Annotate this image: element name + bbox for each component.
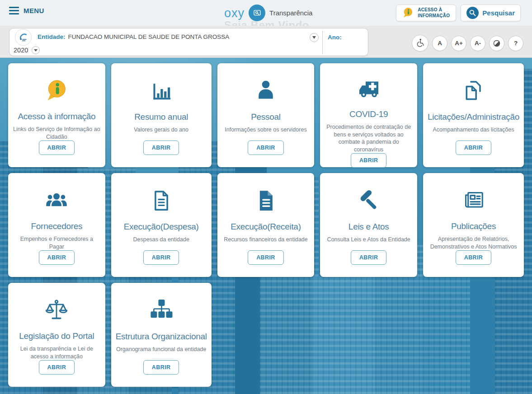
abrir-button[interactable]: ABRIR [143,141,179,155]
card-title: Acesso à informação [18,112,95,122]
abrir-button[interactable]: ABRIR [39,360,75,375]
abrir-button[interactable]: ABRIR [39,250,75,265]
card: Pessoal Informações sobre os servidores … [217,63,315,167]
brand: oxy Transparência [224,5,312,21]
people-group-icon [44,187,69,214]
abrir-button[interactable]: ABRIR [143,250,179,265]
chevron-down-icon [312,36,316,39]
menu-label: MENU [24,7,44,14]
year-select[interactable]: 2020 [14,46,40,54]
info-balloon-icon [402,7,414,19]
card-title: Execução(Receita) [231,222,301,232]
year-value: 2020 [14,47,28,54]
access-information-label: ACESSO À INFORMAÇÃO [418,7,450,19]
card-title: Licitações/Administração [428,112,519,122]
menu-button[interactable]: MENU [9,7,44,14]
card-subtitle: Acompanhamento das licitações [433,126,514,134]
doc-outline-icon [149,187,174,215]
card: Publicações Apresentação de Relatórios, … [423,173,524,277]
card: Leis e Atos Consulta Leis e Atos da Enti… [320,173,417,277]
card-subtitle: Empenhos e Fornecedores a Pagar [13,235,101,250]
scales-icon [44,296,69,324]
font-decrease-button[interactable]: A- [470,36,485,51]
abrir-button[interactable]: ABRIR [248,250,284,265]
card-title: Estrutura Organizacional [116,332,207,342]
card-subtitle: Valores gerais do ano [134,126,188,134]
gavel-icon [356,187,381,215]
card: Execução(Receita) Recursos financeiros d… [217,173,315,277]
search-button[interactable]: Pesquisar [461,5,521,21]
card-title: Leis e Atos [348,222,389,232]
entity-logo-icon [15,29,32,46]
card-grid: Acesso à informação Links do Serviço de … [8,63,524,387]
newspaper-icon [461,187,486,214]
info-balloon-icon [44,77,69,104]
card-title: Publicações [451,221,496,231]
access-information-button[interactable]: ACESSO À INFORMAÇÃO [396,5,456,21]
abrir-button[interactable]: ABRIR [351,153,387,168]
entity-label: Entidade: [38,33,66,40]
contrast-icon [492,39,501,48]
org-chart-icon [149,296,174,324]
font-increase-button[interactable]: A+ [451,36,466,51]
search-icon [466,7,479,19]
contrast-button[interactable] [489,36,504,51]
card: COVID-19 Procedimentos de contratação de… [320,63,417,167]
card-subtitle: Organograma funcional da entidade [116,346,206,353]
card-subtitle: Despesas da entidade [133,236,189,244]
card-subtitle: Apresentação de Relatórios, Demonstrativ… [428,235,519,250]
entity-value: FUNDACAO MUNICIPAL DE SAUDE DE PONTA GRO… [68,33,230,40]
card-subtitle: Consulta Leis e Atos da Entidade [327,236,410,244]
filter-strip: Entidade: FUNDACAO MUNICIPAL DE SAUDE DE… [0,26,532,58]
abrir-button[interactable]: ABRIR [351,250,387,265]
card-title: COVID-19 [349,109,388,119]
card-subtitle: Procedimentos de contratação de bens e s… [325,123,413,153]
search-label: Pesquisar [482,9,515,17]
screen-search-icon [249,5,265,21]
abrir-button[interactable]: ABRIR [456,250,492,265]
card-subtitle: Informações sobre os servidores [225,126,306,134]
entity-select[interactable]: Entidade: FUNDACAO MUNICIPAL DE SAUDE DE… [38,33,229,40]
card: Fornecedores Empenhos e Fornecedores a P… [8,173,105,277]
font-default-button[interactable]: A [432,36,447,51]
card: Legislação do Portal Lei da transparênci… [8,283,105,387]
app-title: Transparência [269,9,312,17]
card: Execução(Despesa) Despesas da entidade A… [111,173,212,277]
copy-docs-icon [461,77,486,105]
card-title: Execução(Despesa) [124,222,199,232]
help-button[interactable]: ? [508,36,523,51]
card-subtitle: Lei da transparência e Lei de acesso a i… [13,345,101,360]
entity-dropdown-arrow[interactable] [310,33,319,42]
year-label: Ano: [328,34,342,41]
chevron-down-icon [34,49,38,52]
bar-chart-icon [149,77,174,105]
divider [322,31,323,54]
abrir-button[interactable]: ABRIR [39,141,75,155]
wheelchair-icon [415,38,425,48]
year-dropdown-arrow[interactable] [32,46,40,54]
accessibility-toolbar: AA+A-? [412,35,523,52]
card: Acesso à informação Links do Serviço de … [8,63,105,167]
doc-solid-icon [253,187,278,215]
person-icon [253,77,278,105]
card-subtitle: Recursos financeiros da entidade [224,236,308,244]
top-header: Seja Bem Vindo MENU oxy Transparência AC… [0,0,532,26]
card-title: Fornecedores [31,221,83,231]
oxy-logo: oxy [224,5,245,21]
card: Estrutura Organizacional Organograma fun… [111,283,212,387]
abrir-button[interactable]: ABRIR [456,141,492,155]
card-subtitle: Links do Serviço de Informação ao Cidadã… [13,126,101,141]
card-title: Legislação do Portal [19,331,94,341]
entity-filter-bar: Entidade: FUNDACAO MUNICIPAL DE SAUDE DE… [9,28,368,56]
hamburger-icon [9,7,19,14]
card-title: Pessoal [251,112,281,122]
wheelchair-button[interactable] [412,35,428,52]
abrir-button[interactable]: ABRIR [143,360,179,375]
card-title: Resumo anual [134,112,188,122]
header-buttons: ACESSO À INFORMAÇÃO Pesquisar [396,5,521,21]
card: Licitações/Administração Acompanhamento … [423,63,524,167]
ambulance-icon [356,77,381,102]
abrir-button[interactable]: ABRIR [248,141,284,155]
card: Resumo anual Valores gerais do ano ABRIR [111,63,212,167]
